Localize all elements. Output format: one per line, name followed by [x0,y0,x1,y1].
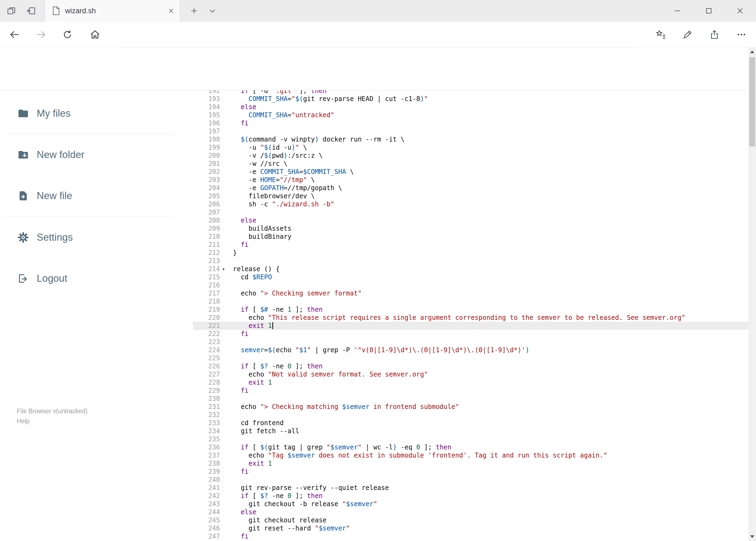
code-line[interactable]: 241 git rev-parse --verify --quiet relea… [193,484,748,492]
code-line[interactable]: 238 exit 1 [193,459,748,467]
scrollbar-thumb[interactable] [749,57,755,146]
code-text: echo "Not valid semver format. See semve… [233,370,428,378]
new-tab-icon[interactable] [187,5,201,17]
sidebar-item-logout[interactable]: Logout [0,266,193,291]
code-line[interactable]: 235 [193,435,748,443]
share-icon[interactable] [705,26,724,43]
home-icon[interactable] [86,26,104,43]
code-line[interactable]: 222 fi [193,330,748,338]
code-line[interactable]: 246 git reset --hard "$semver" [193,524,748,532]
code-line[interactable]: 244 else [193,508,748,516]
code-line[interactable]: 210 buildBinary [193,233,748,241]
code-line[interactable]: 223 [193,338,748,346]
line-number: 195 [193,111,220,119]
tab-preview-icon[interactable] [4,5,19,17]
code-line[interactable]: 216 [193,281,748,289]
help-link[interactable]: Help [17,416,88,426]
ink-pen-icon[interactable] [678,26,697,43]
line-number: 231 [193,403,220,411]
code-line[interactable]: 239 fi [193,467,748,476]
code-line[interactable]: 227 echo "Not valid semver format. See s… [193,370,748,378]
tabs-chevron-icon[interactable] [206,5,219,17]
code-line[interactable]: 208 else [193,216,748,225]
sidebar-item-my-files[interactable]: My files [0,101,193,126]
sidebar-item-new-folder[interactable]: New folder [0,142,193,168]
code-line[interactable]: 202 -e COMMIT_SHA=$COMMIT_SHA \ [193,168,748,176]
code-line[interactable]: 209 buildAssets [193,225,748,233]
code-line[interactable]: 220 echo "This release script requires a… [193,313,748,322]
code-text: $(command -v winpty) docker run --rm -it… [233,135,404,144]
line-number: 246 [193,524,220,532]
refresh-icon[interactable] [59,26,76,43]
code-line[interactable]: 193 COMMIT_SHA="$(git rev-parse HEAD | c… [193,95,748,103]
code-line[interactable]: 214▾release () { [193,265,748,273]
code-line[interactable]: 236 if [ $(git tag | grep "$semver" | wc… [193,443,748,451]
code-line[interactable]: 207 [193,208,748,216]
code-line[interactable]: 201 -w //src \ [193,160,748,168]
code-line[interactable]: 206 sh -c "./wizard.sh -b" [193,200,748,208]
code-line[interactable]: 233 cd frontend [193,419,748,427]
code-line[interactable]: 199 -u "$(id -u)" \ [193,144,748,152]
browser-window: wizard.sh [0,0,756,541]
sidebar-item-new-file[interactable]: New file [0,183,193,209]
code-line[interactable]: 213 [193,257,748,265]
line-number: 193 [193,95,220,103]
code-line[interactable]: 229 fi [193,386,748,395]
code-line[interactable]: 215 cd $REPO [193,273,748,281]
code-line[interactable]: 196 fi [193,119,748,127]
sidebar-item-settings[interactable]: Settings [0,225,193,251]
code-line[interactable]: 243 git checkout -b release "$semver" [193,500,748,508]
code-line[interactable]: 200 -v /$(pwd):/src:z \ [193,152,748,160]
line-number: 209 [193,225,220,233]
fold-marker-icon[interactable]: ▾ [220,265,227,273]
scroll-up-icon[interactable] [748,48,756,56]
code-line[interactable]: 224 semver=$(echo "$1" | grep -P '^v(0|[… [193,346,748,354]
forward-icon[interactable] [32,26,50,43]
code-line[interactable]: 232 [193,411,748,419]
code-line[interactable]: 221 exit 1 [193,322,748,330]
fold-gutter [220,95,227,103]
code-line[interactable]: 204 -e GOPATH=//tmp/gopath \ [193,184,748,192]
code-editor[interactable]: 192 if [ -d ".git" ]; then193 COMMIT_SHA… [193,90,748,541]
code-line[interactable]: 237 echo "Tag $semver does not exist in … [193,451,748,459]
code-line[interactable]: 242 if [ $? -ne 0 ]; then [193,492,748,500]
code-line[interactable]: 192 if [ -d ".git" ]; then [193,90,748,95]
browser-tab[interactable]: wizard.sh [45,0,180,22]
ellipsis-icon[interactable] [732,26,751,43]
code-line[interactable]: 225 [193,354,748,362]
code-line[interactable]: 219 if [ $# -ne 1 ]; then [193,305,748,313]
close-window-button[interactable] [726,0,754,22]
fold-gutter [220,516,227,524]
maximize-window-button[interactable] [695,0,723,22]
back-icon[interactable] [6,26,23,43]
new-folder-icon [17,149,30,161]
fold-gutter [220,176,227,184]
code-line[interactable]: 197 [193,127,748,135]
code-line[interactable]: 247 fi [193,532,748,540]
code-line[interactable]: 203 -e HOME="//tmp" \ [193,176,748,184]
code-line[interactable]: 230 [193,395,748,403]
code-line[interactable]: 198 $(command -v winpty) docker run --rm… [193,135,748,144]
code-line[interactable]: 231 echo "> Checking matching $semver in… [193,403,748,411]
code-line[interactable]: 217 echo "> Checking semver format" [193,289,748,297]
code-line[interactable]: 194 else [193,103,748,111]
code-line[interactable]: 205 filebrowser/dev \ [193,192,748,200]
line-number: 243 [193,500,220,508]
code-line[interactable]: 212} [193,249,748,257]
code-line[interactable]: 234 git fetch --all [193,427,748,435]
code-line[interactable]: 195 COMMIT_SHA="untracked" [193,111,748,119]
hub-icon[interactable] [651,26,670,43]
code-line[interactable]: 240 [193,476,748,484]
set-tabs-aside-icon[interactable] [24,5,39,17]
fold-gutter [220,297,227,305]
code-line[interactable]: 226 if [ $? -ne 0 ]; then [193,362,748,370]
line-number: 241 [193,484,220,492]
page-scrollbar[interactable] [748,48,756,541]
code-line[interactable]: 211 fi [193,241,748,249]
code-line[interactable]: 245 git checkout release [193,516,748,524]
minimize-window-button[interactable] [663,0,691,22]
scroll-down-icon[interactable] [748,532,756,541]
close-tab-icon[interactable] [165,5,177,17]
code-line[interactable]: 228 exit 1 [193,378,748,386]
code-line[interactable]: 218 [193,297,748,305]
